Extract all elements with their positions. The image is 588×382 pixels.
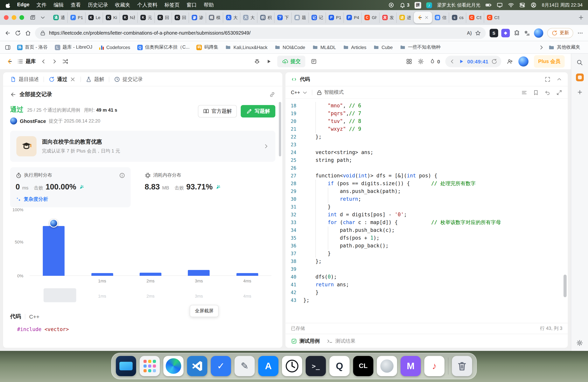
reading-list-icon[interactable] xyxy=(5,44,11,50)
dock-edge[interactable] xyxy=(163,356,184,376)
menu-item-4[interactable]: 历史记录 xyxy=(84,1,112,9)
tab-25[interactable]: CCS xyxy=(484,12,502,23)
dock-notes[interactable]: ✎ xyxy=(234,356,255,376)
chart-bar-1ms[interactable] xyxy=(91,273,113,276)
tab-0[interactable]: 通通 xyxy=(51,12,68,23)
back-arrow-icon[interactable] xyxy=(10,91,16,98)
extensions-puzzle-icon[interactable] xyxy=(514,30,520,36)
bookmark-8[interactable]: Articles xyxy=(340,43,370,52)
tab-5[interactable]: K元 xyxy=(138,12,155,23)
notification-item[interactable]: 3 xyxy=(399,2,410,8)
tab-submissions[interactable]: 提交记录 xyxy=(111,73,146,85)
bookmark-1[interactable]: L题库 - LibreOJ xyxy=(52,42,95,52)
code-line-33[interactable]: 33 for (char c : map[d]) { // 枚举该数字对应的所有… xyxy=(285,219,568,226)
tab-1[interactable]: PP1 xyxy=(68,12,85,23)
user-menu-icon[interactable] xyxy=(531,2,537,8)
run-button[interactable] xyxy=(266,58,272,64)
tab-11[interactable]: 大大 xyxy=(240,12,257,23)
tab-22[interactable]: 信信 xyxy=(432,12,449,23)
code-line-18[interactable]: 18 "mno", // 6 xyxy=(285,102,568,110)
random-problem-icon[interactable] xyxy=(62,58,68,64)
dock-app-store[interactable]: A xyxy=(258,356,278,376)
code-line-26[interactable]: 26 xyxy=(285,164,568,172)
sidebar-add-icon[interactable] xyxy=(577,89,583,95)
dock-qq[interactable]: Q xyxy=(329,356,350,376)
dock-homepod[interactable] xyxy=(377,356,397,376)
tab-6[interactable]: K回 xyxy=(155,12,172,23)
code-line-31[interactable]: 31 } xyxy=(285,203,568,211)
lyrics-app-icon[interactable]: ♪ xyxy=(426,2,432,8)
menu-item-8[interactable]: 窗口 xyxy=(183,1,200,9)
session-timer[interactable]: 00:49:41 xyxy=(445,56,501,67)
timer-play-icon[interactable] xyxy=(458,58,464,64)
tab-23[interactable]: ccs xyxy=(449,12,466,23)
close-tab-icon[interactable] xyxy=(424,15,429,20)
code-line-42[interactable]: 42 } xyxy=(285,289,568,297)
dock-trash[interactable] xyxy=(452,356,472,376)
address-bar[interactable]: https://leetcode.cn/problems/letter-comb… xyxy=(35,27,486,39)
notes-icon[interactable] xyxy=(311,58,317,64)
timer-collapse-icon[interactable] xyxy=(449,58,456,64)
left-panel-scrollbar[interactable] xyxy=(279,102,281,156)
dock-m-app[interactable]: M xyxy=(400,356,421,376)
menu-item-6[interactable]: 个人资料 xyxy=(134,1,161,9)
back-label[interactable]: 全部提交记录 xyxy=(20,91,52,98)
runtime-stat-card[interactable]: 执行用时分布 0 ms 击败 100.00% xyxy=(10,167,131,207)
leetcode-logo[interactable] xyxy=(6,58,12,64)
display-icon[interactable] xyxy=(497,2,503,8)
menu-item-5[interactable]: 收藏夹 xyxy=(112,1,134,9)
tab-active-leetcode[interactable] xyxy=(414,12,432,23)
menu-item-0[interactable]: Edge xyxy=(14,1,33,9)
new-tab-button[interactable] xyxy=(578,14,584,21)
code-line-29[interactable]: 29 ans.push_back(path); xyxy=(285,188,568,195)
tab-7[interactable]: K回 xyxy=(172,12,189,23)
tab-15[interactable]: 记记 xyxy=(309,12,326,23)
code-line-40[interactable]: 40 dfs(0); xyxy=(285,273,568,281)
chart-bar-3ms[interactable] xyxy=(188,270,210,276)
bookmark-icon[interactable] xyxy=(533,89,539,95)
submitted-code-preview[interactable]: #include <vector> xyxy=(3,323,282,332)
code-line-28[interactable]: 28 if (pos == digits.size()) { // 处理完所有数… xyxy=(285,180,568,188)
bookmark-4[interactable]: 码码蹲集 xyxy=(193,42,221,52)
tab-12[interactable]: 积积 xyxy=(257,12,274,23)
control-center-icon[interactable] xyxy=(519,2,525,8)
tab-24[interactable]: CCS xyxy=(466,12,484,23)
tab-17[interactable]: PP4 xyxy=(344,12,362,23)
code-line-43[interactable]: 43}; xyxy=(285,297,568,304)
dock-clion[interactable]: CL xyxy=(353,356,373,376)
collapse-panel-icon[interactable] xyxy=(556,76,562,82)
copy-link-icon[interactable] xyxy=(269,91,275,98)
username[interactable]: GhostFace xyxy=(20,118,46,124)
reload-button[interactable] xyxy=(15,30,21,36)
wifi-icon[interactable] xyxy=(508,2,514,8)
code-line-25[interactable]: 25 string path; xyxy=(285,156,568,164)
code-line-20[interactable]: 20 "tuv", // 8 xyxy=(285,117,568,125)
problem-list-button[interactable]: 题库 xyxy=(17,58,36,65)
menu-item-2[interactable]: 编辑 xyxy=(50,1,67,9)
runtime-distribution-chart[interactable]: 0%50%100%1ms2ms3ms4ms xyxy=(9,210,274,286)
tab-test-result[interactable]: 测试结果 xyxy=(327,338,356,344)
tab-3[interactable]: KKi xyxy=(103,12,120,23)
tab-10[interactable]: 大大 xyxy=(223,12,240,23)
close-tab-icon[interactable] xyxy=(70,76,76,82)
tab-problem-description[interactable]: 题目描述 xyxy=(7,73,42,85)
menu-bar-clock[interactable]: 8月14日 周四 22:34 xyxy=(542,2,583,8)
code-line-36[interactable]: 36 path.pop_back(); xyxy=(285,242,568,250)
next-problem-icon[interactable] xyxy=(51,58,58,64)
code-line-21[interactable]: 21 "wxyz" // 9 xyxy=(285,125,568,133)
plus-member-button[interactable]: Plus 会员 xyxy=(534,55,565,68)
code-line-24[interactable]: 24 vector<string> ans; xyxy=(285,149,568,156)
tab-solutions[interactable]: 题解 xyxy=(83,73,107,85)
collections-icon[interactable] xyxy=(524,30,530,36)
student-promo-banner[interactable]: 面向在校学生的教育优惠 完成认证享 7 折 Plus 会员，日均 1 元 xyxy=(10,131,275,162)
tab-20[interactable]: 进进 xyxy=(397,12,414,23)
dock-clock[interactable] xyxy=(282,356,302,376)
code-line-35[interactable]: 35 dfs(pos + 1); xyxy=(285,234,568,242)
expand-editor-icon[interactable] xyxy=(556,89,562,95)
sidebar-search-icon[interactable] xyxy=(576,59,583,66)
favorite-star-icon[interactable] xyxy=(475,30,481,36)
bookmark-7[interactable]: ML&DL xyxy=(309,43,339,52)
bookmarks-overflow-icon[interactable] xyxy=(538,44,545,50)
code-line-19[interactable]: 19 "pqrs",// 7 xyxy=(285,110,568,117)
input-method-badge[interactable]: 拼 xyxy=(415,2,421,8)
